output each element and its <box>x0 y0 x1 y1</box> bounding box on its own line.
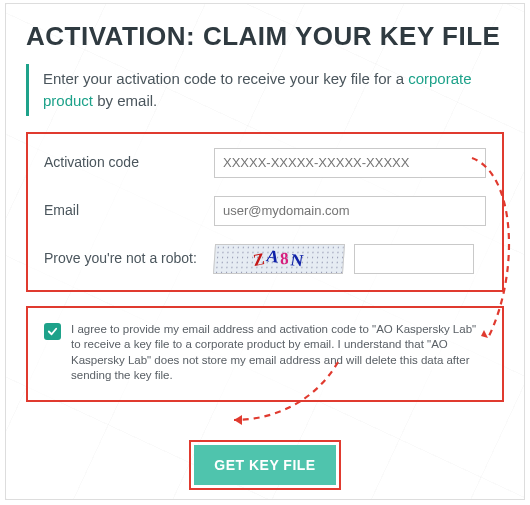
email-input[interactable] <box>214 196 486 226</box>
intro-after: by email. <box>93 92 157 109</box>
email-label: Email <box>44 202 214 220</box>
activation-code-input[interactable] <box>214 148 486 178</box>
agreement-section: I agree to provide my email address and … <box>26 306 504 402</box>
button-row: GET KEY FILE <box>26 440 504 490</box>
form-section: Activation code Email Prove you're not a… <box>26 132 504 292</box>
get-key-file-button[interactable]: GET KEY FILE <box>194 445 335 485</box>
captcha-input[interactable] <box>354 244 474 274</box>
activation-label: Activation code <box>44 154 214 172</box>
captcha-image: ZA8N <box>213 244 345 274</box>
check-icon <box>47 326 58 337</box>
intro-before: Enter your activation code to receive yo… <box>43 70 408 87</box>
activation-panel: ACTIVATION: CLAIM YOUR KEY FILE Enter yo… <box>5 3 525 500</box>
captcha-row: Prove you're not a robot: ZA8N <box>44 244 486 274</box>
page-title: ACTIVATION: CLAIM YOUR KEY FILE <box>26 21 504 52</box>
agree-checkbox[interactable] <box>44 323 61 340</box>
button-highlight: GET KEY FILE <box>189 440 340 490</box>
intro-text: Enter your activation code to receive yo… <box>26 64 504 116</box>
agreement-text: I agree to provide my email address and … <box>71 322 486 384</box>
captcha-label: Prove you're not a robot: <box>44 250 214 268</box>
email-row: Email <box>44 196 486 226</box>
activation-row: Activation code <box>44 148 486 178</box>
